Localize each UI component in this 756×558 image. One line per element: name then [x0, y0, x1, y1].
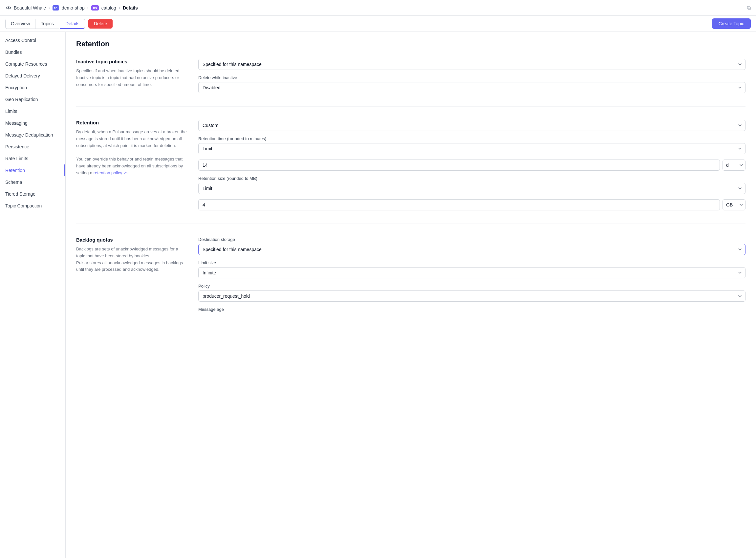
- section-retention: Retention By default, when a Pulsar mess…: [76, 120, 746, 224]
- destination-storage-select[interactable]: Specified for this namespace Custom: [198, 244, 746, 255]
- section-right-retention: Custom Specified for this namespace Disa…: [198, 120, 746, 210]
- retention-mode-group: Custom Specified for this namespace Disa…: [198, 120, 746, 131]
- sidebar-item-geo-replication[interactable]: Geo Replication: [0, 94, 65, 105]
- policy-group: Policy producer_request_hold producer_ex…: [198, 284, 746, 302]
- sidebar-item-compute-resources[interactable]: Compute Resources: [0, 58, 65, 70]
- namespace-name[interactable]: catalog: [101, 5, 116, 10]
- current-page: Details: [123, 5, 138, 10]
- section-left-backlog: Backlog quotas Backlogs are sets of unac…: [76, 237, 188, 312]
- sidebar-item-topic-compaction[interactable]: Topic Compaction: [0, 200, 65, 212]
- sidebar-item-rate-limits[interactable]: Rate Limits: [0, 153, 65, 164]
- tabbar: Overview Topics Details Delete Create To…: [0, 16, 756, 32]
- inactive-policy-select[interactable]: Specified for this namespace Custom Disa…: [198, 59, 746, 70]
- retention-policy-link[interactable]: retention policy ↗: [94, 170, 127, 175]
- inactive-policy-group: Specified for this namespace Custom Disa…: [198, 59, 746, 70]
- retention-size-label: Retention size (rounded to MB): [198, 176, 746, 181]
- sidebar-item-delayed-delivery[interactable]: Delayed Delivery: [0, 70, 65, 82]
- svg-point-0: [8, 7, 9, 8]
- delete-while-inactive-label: Delete while inactive: [198, 75, 746, 80]
- section-left-inactive: Inactive topic policies Specifies if and…: [76, 59, 188, 93]
- policy-select[interactable]: producer_request_hold producer_exception…: [198, 290, 746, 302]
- retention-mode-select[interactable]: Custom Specified for this namespace Disa…: [198, 120, 746, 131]
- breadcrumb-sep-1: ›: [49, 6, 50, 10]
- breadcrumb: Beautiful Whale › te demo-shop › ns cata…: [5, 5, 138, 11]
- tenant-badge: te: [52, 5, 59, 10]
- section-title-retention: Retention: [76, 120, 188, 125]
- layout: Access Control Bundles Compute Resources…: [0, 32, 756, 558]
- retention-size-input[interactable]: [198, 199, 720, 210]
- sidebar: Access Control Bundles Compute Resources…: [0, 32, 66, 558]
- retention-time-input[interactable]: [198, 159, 720, 171]
- retention-time-label: Retention time (rounded to minutes): [198, 136, 746, 141]
- sidebar-item-bundles[interactable]: Bundles: [0, 46, 65, 58]
- limit-size-select[interactable]: Infinite Limited: [198, 267, 746, 278]
- breadcrumb-logo[interactable]: Beautiful Whale: [5, 5, 46, 11]
- policy-label: Policy: [198, 284, 746, 288]
- org-name: Beautiful Whale: [14, 5, 46, 10]
- retention-time-select[interactable]: Limit Infinite Disabled: [198, 143, 746, 154]
- message-age-label: Message age: [198, 307, 746, 312]
- limit-size-label: Limit size: [198, 260, 746, 265]
- retention-size-group: Retention size (rounded to MB) Limit Inf…: [198, 176, 746, 194]
- sidebar-item-retention[interactable]: Retention: [0, 164, 65, 176]
- logo-icon: [5, 5, 12, 11]
- retention-size-select[interactable]: Limit Infinite Disabled: [198, 183, 746, 194]
- destination-storage-label: Destination storage: [198, 237, 746, 242]
- message-age-group: Message age: [198, 307, 746, 312]
- delete-while-inactive-group: Delete while inactive Disabled Enabled: [198, 75, 746, 93]
- tenant-name[interactable]: demo-shop: [62, 5, 85, 10]
- namespace-badge: ns: [91, 5, 99, 10]
- sidebar-item-limits[interactable]: Limits: [0, 105, 65, 117]
- tab-group: Overview Topics Details: [5, 19, 86, 29]
- breadcrumb-sep-2: ›: [87, 6, 89, 10]
- retention-time-input-row: d h m: [198, 159, 746, 171]
- section-desc-backlog: Backlogs are sets of unacknowledged mess…: [76, 246, 188, 273]
- sidebar-item-encryption[interactable]: Encryption: [0, 82, 65, 94]
- retention-time-unit-select[interactable]: d h m: [723, 159, 746, 171]
- tab-topics[interactable]: Topics: [35, 19, 59, 29]
- sidebar-item-persistence[interactable]: Persistence: [0, 141, 65, 153]
- delete-while-inactive-select[interactable]: Disabled Enabled: [198, 82, 746, 93]
- backlog-desc-2: Pulsar stores all unacknowledged message…: [76, 260, 183, 272]
- sidebar-item-messaging[interactable]: Messaging: [0, 117, 65, 129]
- retention-desc-2: You can override this behavior and retai…: [76, 157, 183, 175]
- sidebar-item-access-control[interactable]: Access Control: [0, 34, 65, 46]
- section-desc-retention: By default, when a Pulsar message arrive…: [76, 129, 188, 177]
- topbar: Beautiful Whale › te demo-shop › ns cata…: [0, 0, 756, 16]
- copy-icon[interactable]: ⧉: [747, 5, 751, 11]
- retention-time-group: Retention time (rounded to minutes) Limi…: [198, 136, 746, 154]
- tab-details[interactable]: Details: [60, 19, 85, 29]
- section-left-retention: Retention By default, when a Pulsar mess…: [76, 120, 188, 210]
- retention-size-input-row: GB MB TB: [198, 199, 746, 210]
- section-title-backlog: Backlog quotas: [76, 237, 188, 243]
- section-right-backlog: Destination storage Specified for this n…: [198, 237, 746, 312]
- breadcrumb-sep-3: ›: [119, 6, 120, 10]
- delete-button[interactable]: Delete: [88, 19, 112, 29]
- section-title-inactive: Inactive topic policies: [76, 59, 188, 64]
- section-inactive-topic-policies: Inactive topic policies Specifies if and…: [76, 59, 746, 107]
- main-content: Retention Inactive topic policies Specif…: [66, 32, 756, 558]
- sidebar-item-message-deduplication[interactable]: Message Deduplication: [0, 129, 65, 141]
- retention-desc-1: By default, when a Pulsar message arrive…: [76, 129, 187, 148]
- page-title: Retention: [76, 40, 746, 48]
- limit-size-group: Limit size Infinite Limited: [198, 260, 746, 278]
- create-topic-button[interactable]: Create Topic: [712, 18, 751, 29]
- backlog-desc-1: Backlogs are sets of unacknowledged mess…: [76, 247, 178, 258]
- destination-storage-group: Destination storage Specified for this n…: [198, 237, 746, 255]
- sidebar-item-tiered-storage[interactable]: Tiered Storage: [0, 188, 65, 200]
- retention-size-unit-select[interactable]: GB MB TB: [723, 199, 746, 210]
- section-right-inactive: Specified for this namespace Custom Disa…: [198, 59, 746, 93]
- tab-overview[interactable]: Overview: [5, 19, 35, 29]
- section-backlog-quotas: Backlog quotas Backlogs are sets of unac…: [76, 237, 746, 325]
- sidebar-item-schema[interactable]: Schema: [0, 176, 65, 188]
- section-desc-inactive: Specifies if and when inactive topics sh…: [76, 68, 188, 88]
